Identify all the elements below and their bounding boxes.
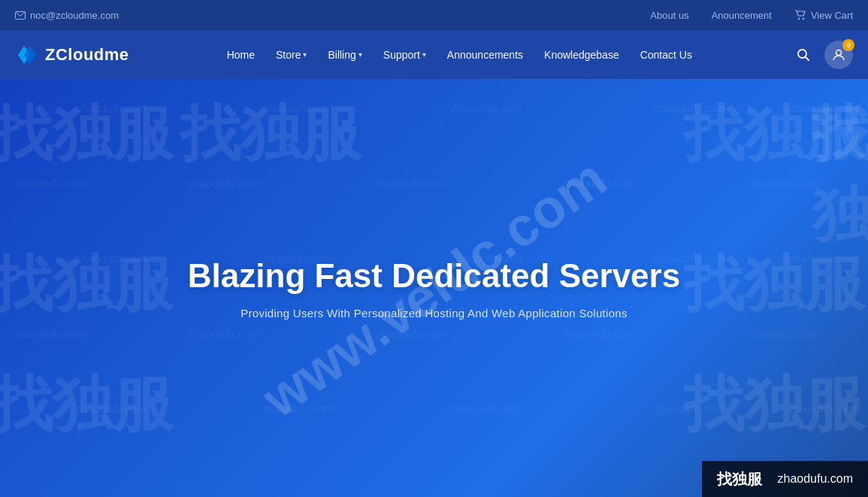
top-bar: noc@zcloudme.com About us Anouncement Vi… — [0, 0, 868, 30]
cart-icon — [794, 10, 806, 20]
bottom-cn-text: 找独服 — [717, 469, 762, 489]
user-badge: 0 — [842, 39, 854, 51]
nav-home[interactable]: Home — [218, 43, 264, 67]
announcement-link[interactable]: Anouncement — [712, 10, 772, 21]
nav-announcements[interactable]: Announcements — [438, 43, 532, 67]
nav-right-actions: 0 — [790, 41, 853, 69]
svg-line-6 — [806, 56, 809, 60]
user-account-button[interactable]: 0 — [824, 41, 853, 69]
nav-knowledgebase[interactable]: Knowledgebase — [535, 43, 628, 67]
store-chevron-icon: ▾ — [303, 50, 307, 59]
bottom-bar: 找独服 zhaodufu.com — [702, 461, 868, 497]
about-us-link[interactable]: About us — [650, 10, 688, 21]
cn-watermark-3: 找独服 — [0, 244, 173, 326]
bottom-domain: zhaodufu.com — [777, 472, 853, 486]
svg-marker-4 — [24, 46, 36, 64]
cn-watermark-8: 找独服 — [684, 365, 864, 446]
nav-links: Home Store ▾ Billing ▾ Support ▾ Announc… — [129, 43, 790, 67]
cn-watermark-5: 找独 — [812, 94, 868, 256]
hero-title: Blazing Fast Dedicated Servers — [188, 257, 680, 295]
svg-point-7 — [836, 50, 842, 55]
billing-chevron-icon: ▾ — [358, 50, 362, 59]
nav-billing[interactable]: Billing ▾ — [319, 43, 370, 67]
hero-content: Blazing Fast Dedicated Servers Providing… — [188, 257, 680, 320]
email-section: noc@zcloudme.com — [15, 10, 119, 21]
logo-icon — [15, 43, 39, 67]
user-icon — [832, 48, 845, 62]
view-cart-button[interactable]: View Cart — [794, 10, 853, 21]
search-icon — [797, 48, 810, 62]
svg-point-2 — [803, 18, 804, 20]
hero-subtitle: Providing Users With Personalized Hostin… — [188, 307, 680, 320]
svg-point-1 — [798, 18, 800, 20]
main-navigation: ZCloudme Home Store ▾ Billing ▾ Support … — [0, 30, 868, 79]
email-text: noc@zcloudme.com — [30, 10, 119, 21]
email-icon — [15, 11, 26, 20]
cn-watermark-4: 找独服 — [684, 94, 864, 175]
nav-contact[interactable]: Contact Us — [631, 43, 701, 67]
cn-watermark-7: 找独服 — [0, 365, 173, 446]
nav-store[interactable]: Store ▾ — [267, 43, 316, 67]
hero-section: zhaodufu.com zhaodufu.com zhaodufu.com z… — [0, 79, 868, 497]
cn-watermark-6: 找独服 — [684, 244, 864, 326]
cart-label: View Cart — [811, 10, 853, 21]
cn-watermark-2: 找独服 — [180, 94, 361, 175]
search-button[interactable] — [790, 41, 817, 68]
support-chevron-icon: ▾ — [422, 50, 426, 59]
cn-watermark-1: 找独服 — [0, 94, 173, 175]
logo[interactable]: ZCloudme — [15, 43, 129, 67]
logo-text: ZCloudme — [45, 45, 129, 65]
nav-support[interactable]: Support ▾ — [374, 43, 435, 67]
top-bar-right: About us Anouncement View Cart — [650, 10, 853, 21]
